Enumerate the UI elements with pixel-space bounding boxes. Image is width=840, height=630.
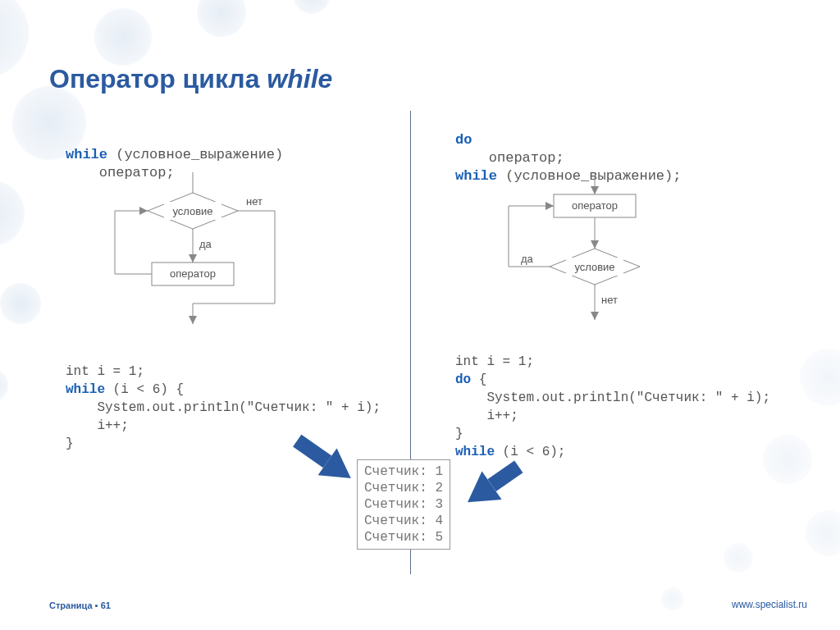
output-line: Счетчик: 1 <box>364 463 443 480</box>
ex2-l1: int i = 1; <box>455 354 534 369</box>
fc-yes: да <box>199 238 212 250</box>
svg-point-0 <box>0 0 29 78</box>
ex2-l3: System.out.println("Счетчик: " + i); <box>455 390 770 405</box>
svg-point-2 <box>0 180 25 246</box>
title-text: Оператор цикла <box>49 64 267 94</box>
dowhile-syntax: do оператор; while (условное_выражение); <box>455 113 681 185</box>
ex2-l5: } <box>455 427 463 441</box>
svg-point-4 <box>0 369 8 402</box>
output-line: Счетчик: 3 <box>364 496 443 513</box>
svg-point-11 <box>724 543 753 573</box>
arrow-right-icon <box>457 455 531 513</box>
svg-marker-27 <box>189 316 197 324</box>
svg-point-6 <box>197 0 246 37</box>
output-line: Счетчик: 2 <box>364 480 443 496</box>
ex-l3: System.out.println("Счетчик: " + i); <box>66 400 381 415</box>
footer-square-icon: ▪ <box>95 600 101 610</box>
footer-page: Страница ▪ 61 <box>49 600 111 610</box>
title-italic: while <box>267 64 332 94</box>
fc2-operator: оператор <box>572 199 618 212</box>
svg-point-12 <box>661 587 684 610</box>
svg-marker-17 <box>189 254 197 262</box>
svg-rect-41 <box>293 435 331 468</box>
slide-title: Оператор цикла while <box>49 64 332 94</box>
ex2-l2-kw: do <box>455 372 471 387</box>
fc2-yes: да <box>521 253 534 265</box>
svg-point-10 <box>806 510 840 556</box>
svg-marker-22 <box>139 207 148 215</box>
while-cond: (условное_выражение) <box>107 147 283 162</box>
flowchart-dowhile: оператор условие да нет <box>472 176 693 340</box>
svg-marker-40 <box>591 312 599 320</box>
ex-l1: int i = 1; <box>66 364 144 379</box>
svg-point-3 <box>0 283 41 324</box>
example-dowhile: int i = 1; do { System.out.println("Счет… <box>455 335 770 461</box>
fc-condition: условие <box>172 205 212 217</box>
ex-l2-rest: (i < 6) { <box>105 382 184 397</box>
kw-while: while <box>66 147 107 162</box>
svg-point-7 <box>294 0 330 14</box>
svg-rect-43 <box>487 460 523 491</box>
svg-marker-32 <box>591 240 599 249</box>
svg-point-8 <box>800 349 840 406</box>
kw-do: do <box>455 132 472 148</box>
svg-marker-29 <box>591 186 599 194</box>
flowchart-while: условие да оператор нет <box>86 172 308 328</box>
fc2-no: нет <box>601 294 618 306</box>
ex-l4: i++; <box>66 418 129 433</box>
footer-page-label: Страница <box>49 600 93 610</box>
ex2-l2-rest: { <box>471 372 486 387</box>
ex-l5: } <box>66 436 74 451</box>
footer-page-num: 61 <box>101 600 111 610</box>
fc2-condition: условие <box>574 261 614 273</box>
footer-url: www.specialist.ru <box>732 599 807 610</box>
output-line: Счетчик: 5 <box>364 529 443 546</box>
output-box: Счетчик: 1 Счетчик: 2 Счетчик: 3 Счетчик… <box>357 459 450 550</box>
ex-l2-kw: while <box>66 382 105 397</box>
output-line: Счетчик: 4 <box>364 513 443 529</box>
fc-operator: оператор <box>170 267 216 280</box>
ex2-l4: i++; <box>455 409 518 423</box>
svg-marker-38 <box>546 202 554 210</box>
arrow-left-icon <box>283 431 365 488</box>
svg-point-5 <box>94 8 152 66</box>
do-body: оператор; <box>455 150 564 166</box>
fc-no: нет <box>246 195 262 208</box>
